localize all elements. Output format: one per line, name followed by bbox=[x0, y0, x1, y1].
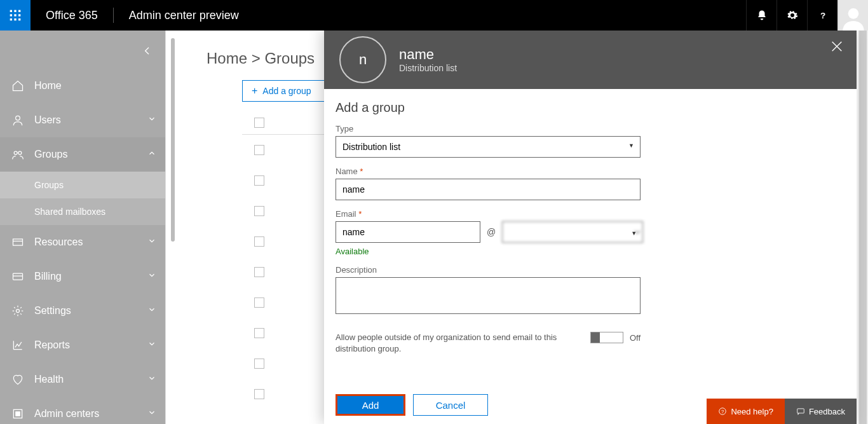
cancel-button[interactable]: Cancel bbox=[413, 394, 488, 416]
allow-external-text: Allow people outside of my organization … bbox=[336, 332, 575, 355]
sidebar-collapse-icon[interactable] bbox=[140, 43, 155, 58]
user-avatar[interactable] bbox=[837, 0, 868, 31]
svg-text:?: ? bbox=[721, 409, 724, 414]
svg-rect-18 bbox=[16, 412, 20, 416]
sidebar-item-label: Resources bbox=[34, 236, 83, 248]
sidebar-item-label: Billing bbox=[34, 271, 62, 282]
sidebar-item-groups[interactable]: Groups bbox=[0, 137, 165, 172]
chevron-down-icon bbox=[147, 236, 156, 248]
toggle-state-label: Off bbox=[630, 333, 641, 343]
need-help-label: Need help? bbox=[731, 407, 773, 416]
email-local-input[interactable] bbox=[336, 221, 480, 243]
avatar-initial: n bbox=[359, 51, 367, 68]
row-checkbox[interactable] bbox=[254, 328, 264, 338]
svg-rect-15 bbox=[13, 273, 23, 280]
svg-rect-5 bbox=[18, 14, 20, 16]
sidebar-item-label: Groups bbox=[34, 149, 67, 160]
panel-name: name bbox=[399, 46, 457, 63]
sidebar-item-label: Reports bbox=[34, 339, 70, 351]
add-group-button-label: Add a group bbox=[262, 86, 311, 96]
sidebar-item-settings[interactable]: Settings bbox=[0, 294, 165, 328]
row-checkbox[interactable] bbox=[254, 145, 264, 155]
svg-point-16 bbox=[17, 310, 20, 313]
breadcrumb-current: Groups bbox=[264, 50, 315, 67]
svg-rect-21 bbox=[797, 409, 804, 413]
brand-label: Office 365 bbox=[31, 9, 113, 22]
svg-point-12 bbox=[14, 151, 17, 154]
form-title: Add a group bbox=[336, 100, 845, 115]
required-indicator: * bbox=[358, 209, 362, 219]
row-checkbox[interactable] bbox=[254, 389, 264, 399]
sidebar-item-resources[interactable]: Resources bbox=[0, 225, 165, 259]
add-button[interactable]: Add bbox=[336, 394, 405, 416]
sidebar-subitem-groups[interactable]: Groups bbox=[0, 172, 165, 198]
chevron-down-icon bbox=[147, 271, 156, 282]
description-textarea[interactable] bbox=[336, 277, 641, 314]
svg-text:?: ? bbox=[820, 11, 825, 20]
home-icon bbox=[9, 79, 27, 92]
svg-rect-3 bbox=[10, 14, 12, 16]
email-domain-select[interactable] bbox=[502, 221, 643, 243]
breadcrumb-sep: > bbox=[247, 50, 264, 67]
help-icon[interactable]: ? bbox=[807, 0, 837, 31]
chevron-down-icon bbox=[147, 408, 156, 420]
resources-icon bbox=[9, 236, 27, 249]
add-group-button[interactable]: + Add a group bbox=[242, 80, 325, 102]
type-select[interactable]: Distribution list bbox=[336, 136, 641, 158]
sidebar-subitem-label: Groups bbox=[34, 180, 64, 190]
description-label: Description bbox=[336, 265, 845, 275]
chevron-down-icon bbox=[147, 114, 156, 126]
chevron-down-icon bbox=[147, 339, 156, 351]
sidebar-item-admin-centers[interactable]: Admin centers bbox=[0, 397, 165, 424]
need-help-button[interactable]: ? Need help? bbox=[707, 399, 785, 424]
sidebar-item-label: Settings bbox=[34, 305, 71, 317]
sidebar-item-label: Admin centers bbox=[34, 408, 99, 420]
feedback-label: Feedback bbox=[809, 407, 845, 416]
svg-rect-1 bbox=[14, 10, 16, 12]
sidebar-item-label: Users bbox=[34, 114, 61, 126]
row-checkbox[interactable] bbox=[254, 359, 264, 369]
sidebar-item-label: Home bbox=[34, 80, 62, 92]
sidebar-item-users[interactable]: Users bbox=[0, 103, 165, 137]
sidebar-subitem-shared-mailboxes[interactable]: Shared mailboxes bbox=[0, 198, 165, 225]
sidebar: Home Users Groups Groups Shared mailboxe… bbox=[0, 31, 165, 424]
panel-subtitle: Distribution list bbox=[399, 63, 457, 73]
breadcrumb-home[interactable]: Home bbox=[207, 50, 247, 67]
feedback-button[interactable]: Feedback bbox=[785, 399, 857, 424]
users-icon bbox=[9, 114, 27, 127]
type-label: Type bbox=[336, 124, 845, 133]
app-launcher-icon[interactable] bbox=[0, 0, 31, 31]
name-label: Name * bbox=[336, 167, 845, 176]
sidebar-item-billing[interactable]: Billing bbox=[0, 259, 165, 294]
notifications-icon[interactable] bbox=[746, 0, 776, 31]
close-icon[interactable] bbox=[830, 39, 844, 56]
svg-rect-14 bbox=[13, 239, 23, 245]
allow-external-toggle[interactable] bbox=[590, 332, 623, 343]
svg-rect-7 bbox=[14, 18, 16, 20]
page-scrollbar[interactable] bbox=[858, 31, 868, 424]
sidebar-item-home[interactable]: Home bbox=[0, 69, 165, 103]
row-checkbox[interactable] bbox=[254, 267, 264, 277]
svg-point-11 bbox=[16, 116, 20, 120]
email-available-status: Available bbox=[336, 247, 845, 256]
content-scrollbar[interactable] bbox=[171, 31, 175, 424]
gear-icon bbox=[9, 304, 27, 317]
sidebar-item-health[interactable]: Health bbox=[0, 362, 165, 397]
chevron-down-icon bbox=[147, 305, 156, 317]
sidebar-item-label: Health bbox=[34, 374, 64, 385]
groups-icon bbox=[9, 148, 27, 161]
group-avatar: n bbox=[339, 36, 386, 83]
sidebar-item-reports[interactable]: Reports bbox=[0, 328, 165, 362]
sidebar-subitem-label: Shared mailboxes bbox=[34, 207, 105, 217]
row-checkbox[interactable] bbox=[254, 236, 264, 247]
gear-icon[interactable] bbox=[776, 0, 807, 31]
name-input[interactable] bbox=[336, 179, 641, 200]
svg-rect-0 bbox=[10, 10, 12, 12]
chevron-down-icon bbox=[147, 374, 156, 385]
svg-rect-6 bbox=[10, 18, 12, 20]
row-checkbox[interactable] bbox=[254, 206, 264, 216]
row-checkbox[interactable] bbox=[254, 175, 264, 186]
svg-point-13 bbox=[18, 151, 22, 154]
select-all-checkbox[interactable] bbox=[254, 118, 264, 128]
row-checkbox[interactable] bbox=[254, 297, 264, 308]
